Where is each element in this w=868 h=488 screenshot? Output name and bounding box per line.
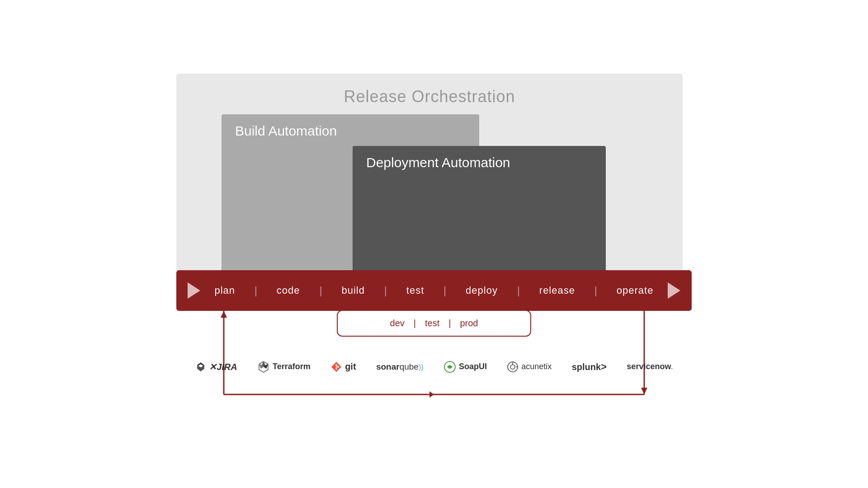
feedback-area: dev | test | prod ✕JIRA	[176, 311, 692, 415]
stage-plan: plan	[214, 285, 235, 296]
stage-code: code	[277, 285, 300, 296]
env-test: test	[425, 318, 439, 328]
git-label: git	[345, 361, 356, 372]
pipeline-bar: plan | code | build | test | deploy | re…	[176, 270, 692, 311]
tool-terraform: Terraform	[257, 361, 311, 373]
terraform-icon	[257, 361, 270, 373]
terraform-label: Terraform	[273, 362, 311, 371]
stage-release: release	[539, 285, 575, 296]
svg-marker-5	[429, 391, 434, 398]
tool-soapui: SoapUI	[443, 361, 487, 373]
jira-icon	[195, 361, 206, 372]
tool-acunetix: acunetix	[507, 361, 552, 373]
jira-label: ✕JIRA	[209, 361, 237, 372]
env-prod: prod	[460, 318, 478, 328]
pipeline-arrow-right	[668, 282, 680, 299]
environments-box: dev | test | prod	[337, 310, 531, 337]
build-automation-label: Build Automation	[235, 123, 337, 139]
svg-point-17	[510, 365, 515, 369]
pipeline-stages: plan | code | build | test | deploy | re…	[200, 284, 668, 297]
soapui-label: SoapUI	[459, 362, 487, 371]
tool-splunk: splunk>	[572, 361, 607, 373]
release-orchestration-label: Release Orchestration	[344, 87, 515, 106]
git-icon	[330, 361, 342, 373]
svg-marker-1	[221, 311, 227, 318]
stage-operate: operate	[617, 285, 654, 296]
deployment-automation-label: Deployment Automation	[366, 155, 510, 170]
svg-marker-3	[641, 388, 647, 394]
stage-deploy: deploy	[466, 285, 498, 296]
splunk-label: splunk>	[572, 361, 607, 373]
tool-sonarqube: sonarqube))	[376, 362, 424, 372]
acunetix-icon	[507, 361, 519, 373]
tool-jira: ✕JIRA	[195, 361, 237, 372]
release-orchestration-box: Release Orchestration Build Automation D…	[176, 74, 683, 291]
stage-build: build	[341, 285, 364, 296]
tool-git: git	[330, 361, 356, 373]
svg-point-11	[335, 368, 337, 370]
env-dev: dev	[390, 318, 405, 328]
environments-container: dev | test | prod	[337, 311, 531, 337]
sonarqube-label: sonarqube))	[376, 362, 424, 372]
soapui-icon	[443, 361, 456, 373]
acunetix-label: acunetix	[521, 362, 552, 371]
stage-test: test	[406, 285, 424, 296]
tool-servicenow: servicenow.	[627, 362, 672, 371]
servicenow-label: servicenow.	[627, 362, 672, 371]
pipeline-arrow-left	[188, 282, 200, 299]
deployment-automation-box: Deployment Automation	[353, 146, 606, 272]
tools-row: ✕JIRA Terraform	[185, 361, 683, 373]
